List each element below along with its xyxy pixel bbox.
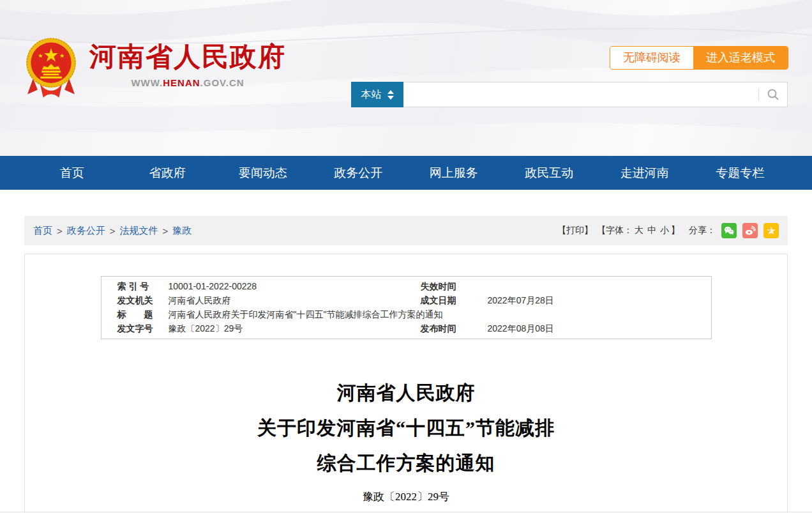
mode-buttons: 无障碍阅读 进入适老模式 [610,46,788,70]
breadcrumb-regulations[interactable]: 法规文件 [120,225,158,237]
nav-item-news[interactable]: 要闻动态 [215,156,311,190]
main-nav: 首页 省政府 要闻动态 政务公开 网上服务 政民互动 走进河南 专题专栏 [0,156,812,190]
document-content-panel: 索 引 号 10001-01-2022-00228 失效时间 发文机关 河南省人… [24,254,788,513]
meta-row: 索 引 号 10001-01-2022-00228 失效时间 [102,279,711,293]
site-brand[interactable]: 河南省人民政府 WWW.HENAN.GOV.CN [23,34,286,102]
nav-item-online-services[interactable]: 网上服务 [406,156,502,190]
font-size-label: 【字体： [597,225,633,236]
document-number: 豫政〔2022〕29号 [25,489,787,504]
share-label: 分享： [689,225,716,236]
site-url-prefix: WWW. [131,77,163,88]
breadcrumb-gov-affairs[interactable]: 政务公开 [67,225,105,237]
page-tools: 【打印】 【字体： 大 中 小 】 分享： [557,223,779,238]
nav-item-interaction[interactable]: 政民互动 [502,156,598,190]
site-url: WWW.HENAN.GOV.CN [89,77,286,88]
font-size-small-button[interactable]: 小 [660,225,669,236]
meta-value-title: 河南省人民政府关于印发河南省"十四五"节能减排综合工作方案的通知 [169,307,443,321]
print-button[interactable]: 【打印】 [557,225,593,236]
document-meta-table: 索 引 号 10001-01-2022-00228 失效时间 发文机关 河南省人… [101,276,712,339]
bottom-divider [0,512,812,512]
breadcrumb: 首页 > 政务公开 > 法规文件 > 豫政 [33,225,192,237]
qzone-star-share-icon[interactable]: ★ z [763,223,779,238]
weibo-share-icon[interactable] [742,223,758,238]
meta-label-doc-number: 发文字号 [117,321,153,335]
breadcrumb-separator: > [110,226,116,236]
meta-label-expiry-time: 失效时间 [421,279,456,293]
search-button[interactable] [759,82,787,107]
font-size-medium-button[interactable]: 中 [647,225,656,236]
breadcrumb-separator: > [163,226,169,236]
site-title: 河南省人民政府 [89,43,286,70]
meta-value-index-number: 10001-01-2022-00228 [169,279,257,293]
breadcrumb-home[interactable]: 首页 [33,225,52,237]
document-title-line: 综合工作方案的通知 [25,445,787,480]
meta-label-index-number: 索 引 号 [117,279,149,293]
site-url-brand: HENAN [163,77,200,88]
accessibility-reading-button[interactable]: 无障碍阅读 [610,47,693,69]
meta-label-publish-time: 发布时间 [421,321,456,335]
nav-item-special-topics[interactable]: 专题专栏 [693,156,788,190]
meta-value-issuing-agency: 河南省人民政府 [169,293,231,307]
national-emblem-logo [23,34,79,102]
star-z-glyph: z [769,227,772,233]
font-size-large-button[interactable]: 大 [635,225,643,236]
document-title-line: 关于印发河南省“十四五”节能减排 [25,410,787,445]
document-title-line: 河南省人民政府 [25,375,787,410]
meta-value-written-date: 2022年07月28日 [488,293,554,307]
meta-row: 发文机关 河南省人民政府 成文日期 2022年07月28日 [102,293,711,307]
meta-label-title: 标 题 [117,307,153,321]
document-title: 河南省人民政府 关于印发河南省“十四五”节能减排 综合工作方案的通知 [25,375,787,480]
search-icon [766,88,780,102]
search-bar: 本站 [351,82,788,107]
search-scope-label: 本站 [361,88,382,102]
meta-label-issuing-agency: 发文机关 [117,293,153,307]
meta-value-publish-time: 2022年08月08日 [488,321,554,335]
sort-arrows-icon [387,90,394,100]
nav-item-about-henan[interactable]: 走进河南 [597,156,693,190]
font-size-label-end: 】 [671,225,680,236]
elder-mode-button[interactable]: 进入适老模式 [693,47,788,69]
breadcrumb-bar: 首页 > 政务公开 > 法规文件 > 豫政 【打印】 【字体： 大 中 小 】 … [24,216,788,245]
site-header: 河南省人民政府 WWW.HENAN.GOV.CN 无障碍阅读 进入适老模式 本站 [0,0,812,156]
nav-item-home[interactable]: 首页 [24,156,120,190]
meta-value-doc-number: 豫政〔2022〕29号 [169,321,243,335]
search-scope-dropdown[interactable]: 本站 [351,82,403,107]
breadcrumb-separator: > [57,226,63,236]
breadcrumb-yuzheng[interactable]: 豫政 [172,225,192,237]
meta-label-written-date: 成文日期 [421,293,456,307]
nav-item-gov-affairs[interactable]: 政务公开 [311,156,407,190]
search-input[interactable] [403,82,758,107]
meta-row: 标 题 河南省人民政府关于印发河南省"十四五"节能减排综合工作方案的通知 [102,307,711,321]
wechat-share-icon[interactable] [721,223,737,238]
nav-item-provincial-gov[interactable]: 省政府 [120,156,216,190]
meta-row: 发文字号 豫政〔2022〕29号 发布时间 2022年08月08日 [102,321,711,335]
site-url-suffix: .GOV.CN [200,77,244,88]
